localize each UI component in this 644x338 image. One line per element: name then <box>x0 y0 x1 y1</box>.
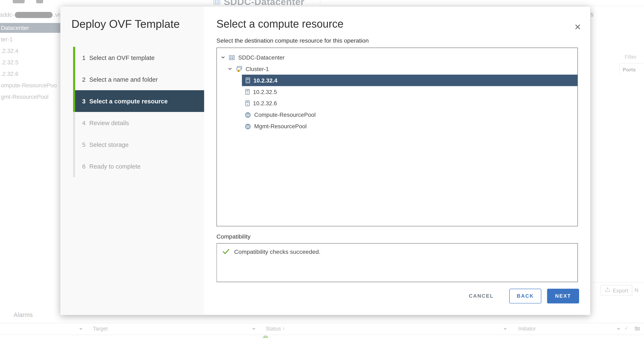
step-number: 2 <box>82 76 86 83</box>
host-icon <box>245 101 250 106</box>
step-number: 3 <box>82 98 86 104</box>
compatibility-panel: Compatibility checks succeeded. <box>216 243 578 282</box>
step-label: Select storage <box>89 141 129 148</box>
deploy-ovf-dialog: Deploy OVF Template 1 Select an OVF temp… <box>60 6 590 315</box>
tree-item-label: SDDC-Datacenter <box>238 54 284 61</box>
tree-item-label: Mgmt-ResourcePool <box>254 123 306 130</box>
wizard-step-1[interactable]: 1 Select an OVF template <box>60 47 204 68</box>
wizard-step-6: 6 Ready to complete <box>60 156 204 177</box>
step-number: 1 <box>82 54 86 61</box>
close-icon[interactable]: ✕ <box>574 23 581 31</box>
cancel-button[interactable]: CANCEL <box>462 289 500 304</box>
tree-item-host[interactable]: 10.2.32.5 <box>217 86 578 98</box>
tree-item-label: Cluster-1 <box>246 66 269 72</box>
step-label: Select an OVF template <box>89 54 155 61</box>
wizard-buttons: CANCEL BACK NEXT <box>462 289 579 304</box>
tree-item-resource-pool[interactable]: Mgmt-ResourcePool <box>217 121 578 132</box>
tree-item-host[interactable]: 10.2.32.6 <box>217 98 578 109</box>
resource-pool-icon <box>245 123 251 129</box>
wizard-step-4: 4 Review details <box>60 112 204 134</box>
page-subtitle: Select the destination compute resource … <box>216 37 578 44</box>
resource-pool-icon <box>245 112 251 118</box>
step-number: 6 <box>82 163 86 170</box>
wizard-step-2[interactable]: 2 Select a name and folder <box>60 68 204 90</box>
tree-item-resource-pool[interactable]: Compute-ResourcePool <box>217 109 578 121</box>
chevron-down-icon[interactable] <box>220 55 226 60</box>
datacenter-icon <box>229 54 235 60</box>
wizard-step-3-active[interactable]: 3 Select a compute resource <box>75 90 204 112</box>
tree-item-host-selected[interactable]: 10.2.32.4 <box>242 75 578 86</box>
page-title: Select a compute resource <box>216 17 578 30</box>
step-label: Select a name and folder <box>89 76 158 83</box>
step-number: 5 <box>82 141 86 148</box>
back-button[interactable]: BACK <box>509 289 541 304</box>
step-label: Review details <box>89 119 129 126</box>
host-icon <box>245 89 250 95</box>
success-check-icon <box>222 249 230 256</box>
tree-item-cluster[interactable]: Cluster-1 <box>217 63 578 75</box>
cluster-warning-icon <box>236 66 242 72</box>
step-label: Ready to complete <box>89 163 141 170</box>
compatibility-heading: Compatibility <box>216 233 578 240</box>
step-number: 4 <box>82 119 86 126</box>
wizard-content: Select a compute resource ✕ Select the d… <box>204 6 590 315</box>
step-label: Select a compute resource <box>89 98 168 104</box>
next-button[interactable]: NEXT <box>547 289 579 304</box>
wizard-steps-panel: Deploy OVF Template 1 Select an OVF temp… <box>60 6 204 315</box>
tree-item-label: Compute-ResourcePool <box>254 112 316 118</box>
compatibility-message: Compatibility checks succeeded. <box>234 249 320 255</box>
chevron-down-icon[interactable] <box>228 66 233 71</box>
wizard-steps: 1 Select an OVF template 2 Select a name… <box>60 47 204 177</box>
tree-item-label: 10.2.32.5 <box>253 89 277 95</box>
compute-resource-tree: SDDC-Datacenter Cluster-1 10.2.32.4 <box>216 48 578 226</box>
tree-item-label: 10.2.32.6 <box>253 100 277 107</box>
tree-item-datacenter[interactable]: SDDC-Datacenter <box>217 52 578 63</box>
dialog-title: Deploy OVF Template <box>72 18 204 31</box>
host-icon <box>246 77 250 83</box>
viewport: sddc- .vmw Datacenter ter-1 .2.32.4 .2.3… <box>0 0 644 338</box>
tree-item-label: 10.2.32.4 <box>253 77 278 84</box>
wizard-step-5: 5 Select storage <box>60 134 204 156</box>
